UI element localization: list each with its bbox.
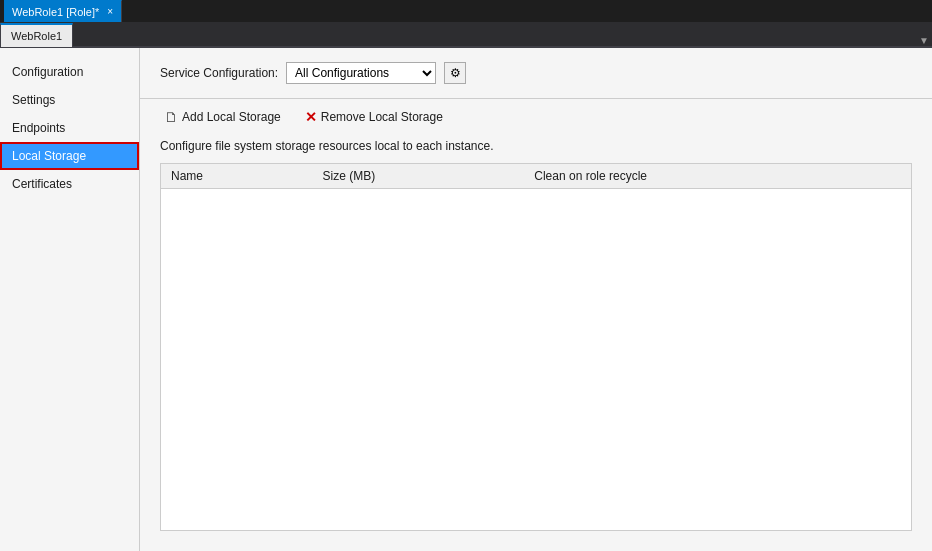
service-config-label: Service Configuration: — [160, 66, 278, 80]
doc-tab-webrole1[interactable]: WebRole1 — [0, 23, 73, 47]
sidebar: Configuration Settings Endpoints Local S… — [0, 48, 140, 551]
remove-button-label: Remove Local Storage — [321, 110, 443, 124]
column-header-size: Size (MB) — [313, 164, 525, 189]
tab-label: WebRole1 [Role]* — [12, 6, 99, 18]
service-config-select[interactable]: All Configurations Cloud Local — [286, 62, 436, 84]
remove-icon: ✕ — [305, 109, 317, 125]
toolbar-row: 🗋 Add Local Storage ✕ Remove Local Stora… — [140, 99, 932, 135]
description-text: Configure file system storage resources … — [140, 135, 932, 163]
column-header-name: Name — [161, 164, 313, 189]
content-panel: Service Configuration: All Configuration… — [140, 48, 932, 551]
add-icon: 🗋 — [164, 109, 178, 125]
tab-close-button[interactable]: × — [107, 6, 113, 17]
doc-tab-label: WebRole1 — [11, 30, 62, 42]
remove-local-storage-button[interactable]: ✕ Remove Local Storage — [301, 107, 447, 127]
local-storage-table: Name Size (MB) Clean on role recycle — [161, 164, 911, 189]
sidebar-item-settings[interactable]: Settings — [0, 86, 139, 114]
tab-webrole1-role[interactable]: WebRole1 [Role]* × — [4, 0, 122, 22]
local-storage-table-container: Name Size (MB) Clean on role recycle — [160, 163, 912, 531]
doc-tab-overflow-button[interactable]: ▼ — [916, 35, 932, 47]
gear-icon: ⚙ — [450, 66, 461, 80]
sidebar-item-endpoints[interactable]: Endpoints — [0, 114, 139, 142]
sidebar-item-certificates[interactable]: Certificates — [0, 170, 139, 198]
service-config-row: Service Configuration: All Configuration… — [140, 48, 932, 99]
add-local-storage-button[interactable]: 🗋 Add Local Storage — [160, 107, 285, 127]
sidebar-item-configuration[interactable]: Configuration — [0, 58, 139, 86]
add-button-label: Add Local Storage — [182, 110, 281, 124]
sidebar-item-local-storage[interactable]: Local Storage — [0, 142, 139, 170]
column-header-clean: Clean on role recycle — [524, 164, 911, 189]
config-settings-button[interactable]: ⚙ — [444, 62, 466, 84]
